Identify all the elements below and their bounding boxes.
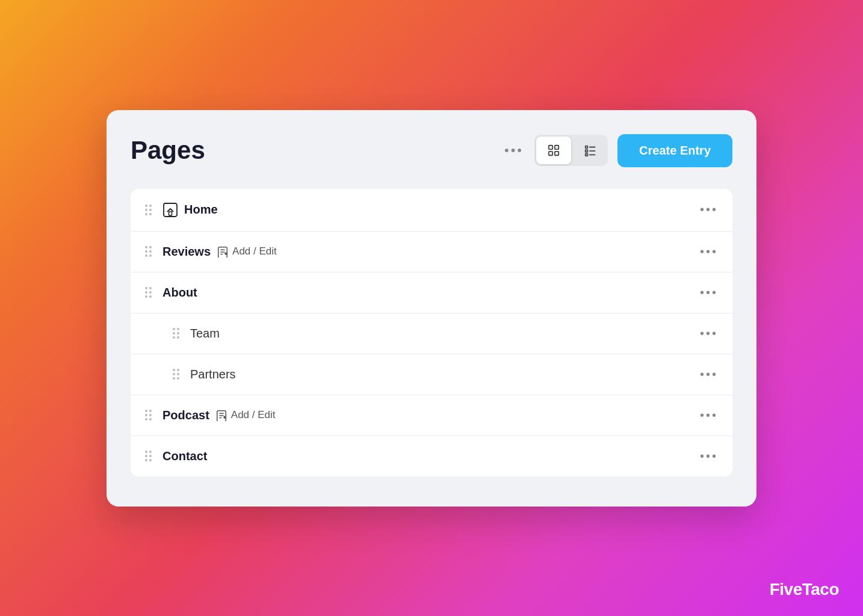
drag-handle[interactable] — [145, 205, 152, 215]
svg-rect-1 — [555, 146, 558, 149]
drag-handle[interactable] — [145, 287, 152, 298]
main-panel: Pages ••• — [107, 110, 756, 507]
list-item-sub: Partners ••• — [131, 354, 732, 395]
svg-rect-2 — [549, 152, 552, 155]
svg-rect-0 — [549, 146, 552, 149]
item-content: Podcast Add / Edit — [162, 408, 700, 422]
grid-view-button[interactable] — [536, 137, 571, 164]
drag-handle[interactable] — [173, 328, 179, 339]
watermark: FiveTaco — [770, 580, 839, 599]
page-title: Pages — [131, 136, 504, 165]
item-label: Podcast — [162, 408, 209, 422]
item-label: Partners — [190, 368, 236, 381]
drag-handle[interactable] — [145, 451, 152, 461]
header: Pages ••• — [131, 134, 732, 167]
item-more-button[interactable]: ••• — [700, 286, 718, 300]
item-more-button[interactable]: ••• — [700, 327, 718, 340]
add-edit-link[interactable]: Add / Edit — [217, 245, 277, 257]
item-more-button[interactable]: ••• — [700, 203, 718, 217]
item-more-button[interactable]: ••• — [700, 449, 718, 463]
list-icon — [584, 144, 597, 157]
list-item: Reviews Add / Edit ••• — [131, 232, 732, 273]
svg-rect-11 — [169, 212, 172, 215]
drag-handle[interactable] — [173, 369, 179, 380]
item-label: Contact — [162, 449, 207, 463]
item-more-button[interactable]: ••• — [700, 368, 718, 381]
item-label: Reviews — [162, 245, 211, 259]
grid-icon — [547, 144, 560, 157]
item-content: About — [162, 286, 700, 300]
list-item: Home ••• — [131, 189, 732, 232]
item-more-button[interactable]: ••• — [700, 245, 718, 259]
item-content: Team — [190, 327, 700, 340]
home-page-icon — [162, 202, 178, 218]
item-label: Team — [190, 327, 220, 340]
create-entry-button[interactable]: Create Entry — [617, 134, 732, 167]
list-item: Podcast Add / Edit ••• — [131, 395, 732, 436]
header-more-button[interactable]: ••• — [504, 143, 524, 158]
edit-icon — [217, 245, 229, 257]
svg-rect-6 — [586, 150, 588, 152]
view-toggle — [534, 135, 608, 166]
item-content: Contact — [162, 449, 700, 463]
item-content: Reviews Add / Edit — [162, 245, 700, 259]
list-item-sub: Team ••• — [131, 313, 732, 354]
item-label: About — [162, 286, 197, 300]
svg-rect-8 — [586, 154, 588, 156]
pages-list: Home ••• Reviews — [131, 189, 732, 476]
item-label: Home — [184, 203, 218, 217]
list-item: About ••• — [131, 273, 732, 313]
svg-rect-4 — [586, 146, 588, 149]
svg-rect-10 — [164, 203, 177, 217]
list-view-button[interactable] — [573, 135, 608, 166]
drag-handle[interactable] — [145, 246, 152, 257]
item-content: Home — [162, 202, 700, 218]
svg-rect-3 — [555, 152, 558, 155]
add-edit-link[interactable]: Add / Edit — [215, 409, 276, 421]
item-more-button[interactable]: ••• — [700, 408, 718, 422]
edit-icon — [215, 409, 227, 421]
drag-handle[interactable] — [145, 410, 152, 420]
item-content: Partners — [190, 368, 700, 381]
list-item: Contact ••• — [131, 436, 732, 476]
